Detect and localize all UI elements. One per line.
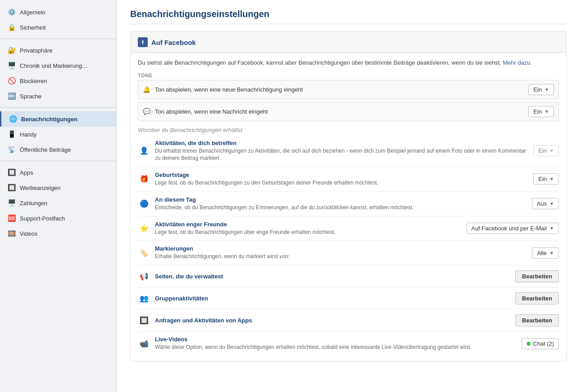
geburtstage-desc: Lege fest, ob du Benachrichtigungen zu d… <box>155 179 528 187</box>
sidebar-label-benachrichtigungen: Benachrichtigungen <box>21 116 78 123</box>
gruppenaktivitaeten-control: Bearbeiten <box>515 292 559 304</box>
anfragen_apps-bearbeiten-btn[interactable]: Bearbeiten <box>515 314 559 326</box>
werbeanzeigen-icon: 🔲 <box>7 183 16 192</box>
sidebar-item-zahlungen[interactable]: 🖥️Zahlungen <box>0 195 116 211</box>
sprache-icon: 🔤 <box>7 92 16 101</box>
markierungen-dropdown-btn[interactable]: Alle▼ <box>532 247 559 259</box>
seiten-text: Seiten, die du verwaltest <box>155 273 510 280</box>
sidebar-item-allgemein[interactable]: ⚙️Allgemein <box>0 4 116 20</box>
sidebar-item-apps[interactable]: 🔲Apps <box>0 165 116 180</box>
geburtstage-icon: 🎁 <box>138 173 150 185</box>
sidebar-label-blockieren: Blockieren <box>20 78 47 84</box>
auf-facebook-section: f Auf Facebook Du siehst alle Benachrich… <box>130 31 567 361</box>
an_diesem_tag-control: Aus▼ <box>532 198 559 209</box>
sidebar-label-zahlungen: Zahlungen <box>20 200 47 207</box>
aktivitaeten_freunde-control: Auf Facebook und per E-Mail▼ <box>466 223 559 234</box>
section-title: Auf Facebook <box>151 39 196 46</box>
sidebar-label-sprache: Sprache <box>20 93 41 100</box>
sidebar-item-werbeanzeigen[interactable]: 🔲Werbeanzeigen <box>0 180 116 195</box>
live_videos-desc: Wähle diese Option, wenn du Benachrichti… <box>155 344 516 351</box>
sidebar-label-privatsphaere: Privatsphäre <box>20 47 53 54</box>
handy-icon: 📱 <box>7 130 16 139</box>
settings-list: 👤Aktivitäten, die dich betreffenDu erhäl… <box>138 135 559 356</box>
sidebar-label-videos: Videos <box>20 230 38 237</box>
mehr-dazu-link[interactable]: Mehr dazu. <box>503 59 532 66</box>
main-content: Benachrichtigungseinstellungen f Auf Fac… <box>117 0 580 392</box>
gruppenaktivitaeten-bearbeiten-btn[interactable]: Bearbeiten <box>515 292 559 304</box>
gruppenaktivitaeten-text: Gruppenaktivitäten <box>155 295 510 302</box>
gruppenaktivitaeten-icon: 👥 <box>138 292 150 304</box>
sidebar-label-handy: Handy <box>20 131 37 138</box>
setting-row-aktivitaeten: 👤Aktivitäten, die dich betreffenDu erhäl… <box>138 135 559 167</box>
live_videos-text: Live-VideosWähle diese Option, wenn du B… <box>155 336 516 351</box>
page-title: Benachrichtigungseinstellungen <box>130 9 567 24</box>
setting-row-markierungen: 🏷️MarkierungenErhalte Benachrichtigungen… <box>138 241 559 265</box>
geburtstage-dropdown-btn[interactable]: Ein▼ <box>533 173 559 185</box>
aktivitaeten_freunde-desc: Lege fest, ob du Benachrichtigungen über… <box>155 229 461 236</box>
sidebar-divider <box>0 39 116 39</box>
section-body: Du siehst alle Benachrichtigungen auf Fa… <box>131 53 566 361</box>
setting-row-gruppenaktivitaeten: 👥GruppenaktivitätenBearbeiten <box>138 287 559 309</box>
markierungen-title: Markierungen <box>155 245 527 252</box>
seiten-control: Bearbeiten <box>515 270 559 282</box>
aktivitaeten-control: Ein▼ <box>533 145 559 156</box>
anfragen_apps-text: Anfragen und Aktivitäten von Apps <box>155 317 510 324</box>
section-header: f Auf Facebook <box>131 32 566 53</box>
blockieren-icon: 🚫 <box>7 76 16 85</box>
sidebar-item-support[interactable]: 🆘Support-Postfach <box>0 211 116 226</box>
sidebar-label-allgemein: Allgemein <box>20 9 45 16</box>
ton1-icon: 🔔 <box>143 86 150 93</box>
markierungen-control: Alle▼ <box>532 247 559 259</box>
aktivitaeten_freunde-icon: ⭐ <box>138 222 150 235</box>
zahlungen-icon: 🖥️ <box>7 198 16 207</box>
videos-icon: 🎞️ <box>7 229 16 238</box>
setting-row-live_videos: 📹Live-VideosWähle diese Option, wenn du … <box>138 331 559 356</box>
sidebar-item-privatsphaere[interactable]: 🔐Privatsphäre <box>0 43 116 58</box>
support-icon: 🆘 <box>7 214 16 223</box>
aktivitaeten-dropdown-btn[interactable]: Ein▼ <box>533 145 559 156</box>
an_diesem_tag-dropdown-btn[interactable]: Aus▼ <box>532 198 559 209</box>
anfragen_apps-icon: 🔲 <box>138 314 150 326</box>
ton1-dropdown[interactable]: Ein▼ <box>528 84 554 95</box>
geburtstage-title: Geburtstage <box>155 172 528 178</box>
gruppenaktivitaeten-title: Gruppenaktivitäten <box>155 295 510 302</box>
setting-row-seiten: 📢Seiten, die du verwaltestBearbeiten <box>138 265 559 287</box>
sidebar-divider <box>0 107 116 108</box>
setting-row-anfragen_apps: 🔲Anfragen und Aktivitäten von AppsBearbe… <box>138 309 559 331</box>
facebook-icon: f <box>138 37 148 47</box>
ton2-icon: 💬 <box>143 108 150 115</box>
seiten-bearbeiten-btn[interactable]: Bearbeiten <box>515 270 559 282</box>
sidebar-item-blockieren[interactable]: 🚫Blockieren <box>0 73 116 88</box>
sidebar-item-handy[interactable]: 📱Handy <box>0 127 116 142</box>
privatsphaere-icon: 🔐 <box>7 46 16 55</box>
tone-row-ton2: 💬Ton abspielen, wenn eine Nachricht eing… <box>138 102 559 121</box>
anfragen_apps-title: Anfragen und Aktivitäten von Apps <box>155 317 510 324</box>
aktivitaeten-text: Aktivitäten, die dich betreffenDu erhält… <box>155 140 528 163</box>
sidebar-item-chronik[interactable]: 🖥️Chronik und Markierung… <box>0 58 116 73</box>
sidebar-item-videos[interactable]: 🎞️Videos <box>0 226 116 241</box>
sidebar-label-apps: Apps <box>20 169 33 176</box>
sidebar-item-oeffentliche[interactable]: 📡Öffentliche Beiträge <box>0 142 116 157</box>
sidebar-item-benachrichtigungen[interactable]: 🌐Benachrichtigungen <box>0 111 116 127</box>
chat-label: Chat (2) <box>533 340 554 347</box>
sidebar-item-sprache[interactable]: 🔤Sprache <box>0 88 116 104</box>
oeffentliche-icon: 📡 <box>7 145 16 154</box>
ton2-text: Ton abspielen, wenn eine Nachricht einge… <box>155 108 528 115</box>
geburtstage-control: Ein▼ <box>533 173 559 185</box>
aktivitaeten-desc: Du erhältst immer Benachrichtigungen zu … <box>155 147 528 163</box>
tone-row-ton1: 🔔Ton abspielen, wenn eine neue Benachric… <box>138 80 559 99</box>
seiten-title: Seiten, die du verwaltest <box>155 273 510 280</box>
live_videos-chat-btn[interactable]: Chat (2) <box>522 338 559 349</box>
sidebar-label-oeffentliche: Öffentliche Beiträge <box>20 146 71 153</box>
an_diesem_tag-icon: 🔵 <box>138 198 150 210</box>
sidebar-label-chronik: Chronik und Markierung… <box>20 62 88 69</box>
ton1-text: Ton abspielen, wenn eine neue Benachrich… <box>155 86 528 93</box>
markierungen-text: MarkierungenErhalte Benachrichtigungen, … <box>155 245 527 260</box>
ton2-dropdown[interactable]: Ein▼ <box>528 106 554 117</box>
geburtstage-text: GeburtstageLege fest, ob du Benachrichti… <box>155 172 528 187</box>
sidebar-item-sicherheit[interactable]: 🔒Sicherheit <box>0 20 116 35</box>
aktivitaeten_freunde-dropdown-btn[interactable]: Auf Facebook und per E-Mail▼ <box>466 223 559 234</box>
sidebar-label-support: Support-Postfach <box>20 215 65 222</box>
sidebar-label-werbeanzeigen: Werbeanzeigen <box>20 185 61 191</box>
setting-row-aktivitaeten_freunde: ⭐Aktivitäten enger FreundeLege fest, ob … <box>138 216 559 241</box>
